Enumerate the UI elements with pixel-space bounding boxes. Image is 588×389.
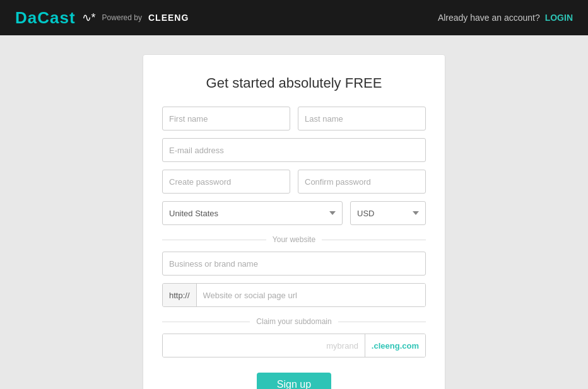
subdomain-label: Claim your subdomain <box>256 317 331 326</box>
last-name-group <box>298 107 426 131</box>
header-left: DaCast ∿* Powered by CLEENG <box>15 8 189 28</box>
confirm-password-group <box>298 170 426 194</box>
url-prefix-label: http:// <box>163 284 197 306</box>
subdomain-input[interactable] <box>163 334 365 357</box>
url-group: http:// <box>162 283 426 307</box>
subdomain-wrapper: .cleeng.com <box>162 334 426 357</box>
signup-card: Get started absolutely FREE <box>143 54 445 389</box>
subdomain-divider-right <box>338 322 426 322</box>
password-row <box>162 170 426 194</box>
brand-name-row <box>162 252 426 276</box>
first-name-group <box>162 107 290 131</box>
subdomain-group: .cleeng.com <box>162 334 426 357</box>
divider-line-right <box>322 240 426 240</box>
already-account-text: Already have an account? <box>438 13 540 23</box>
main-content: Get started absolutely FREE <box>0 35 588 389</box>
cleeng-logo: CLEENG <box>148 13 189 23</box>
url-wrapper: http:// <box>162 283 426 307</box>
confirm-password-input[interactable] <box>298 170 426 194</box>
url-row: http:// <box>162 283 426 307</box>
your-website-label: Your website <box>273 235 315 244</box>
page-title: Get started absolutely FREE <box>162 75 426 91</box>
create-password-input[interactable] <box>162 170 290 194</box>
url-input[interactable] <box>197 284 425 306</box>
subdomain-suffix-label: .cleeng.com <box>365 334 425 357</box>
last-name-input[interactable] <box>298 107 426 131</box>
currency-select[interactable]: USD EUR GBP AUD CAD <box>350 201 426 225</box>
country-currency-row: United States United Kingdom Canada Aust… <box>162 201 426 225</box>
divider-line-left <box>162 240 266 240</box>
country-group: United States United Kingdom Canada Aust… <box>162 201 343 225</box>
logo-wave-icon: ∿* <box>82 11 96 25</box>
email-row <box>162 138 426 162</box>
email-input[interactable] <box>162 138 426 162</box>
header: DaCast ∿* Powered by CLEENG Already have… <box>0 0 588 35</box>
header-right: Already have an account? LOGIN <box>438 13 573 23</box>
currency-group: USD EUR GBP AUD CAD <box>350 201 426 225</box>
first-name-input[interactable] <box>162 107 290 131</box>
subdomain-divider-left <box>162 322 250 322</box>
name-row <box>162 107 426 131</box>
email-group <box>162 138 426 162</box>
dacast-logo: DaCast <box>15 8 76 28</box>
create-password-group <box>162 170 290 194</box>
subdomain-divider: Claim your subdomain <box>162 317 426 326</box>
login-link[interactable]: LOGIN <box>545 13 573 23</box>
your-website-divider: Your website <box>162 235 426 244</box>
brand-name-group <box>162 252 426 276</box>
powered-by-label: Powered by <box>102 13 142 22</box>
signup-button[interactable]: Sign up <box>257 373 331 389</box>
subdomain-row: .cleeng.com <box>162 334 426 357</box>
brand-name-input[interactable] <box>162 252 426 276</box>
country-select[interactable]: United States United Kingdom Canada Aust… <box>162 201 343 225</box>
